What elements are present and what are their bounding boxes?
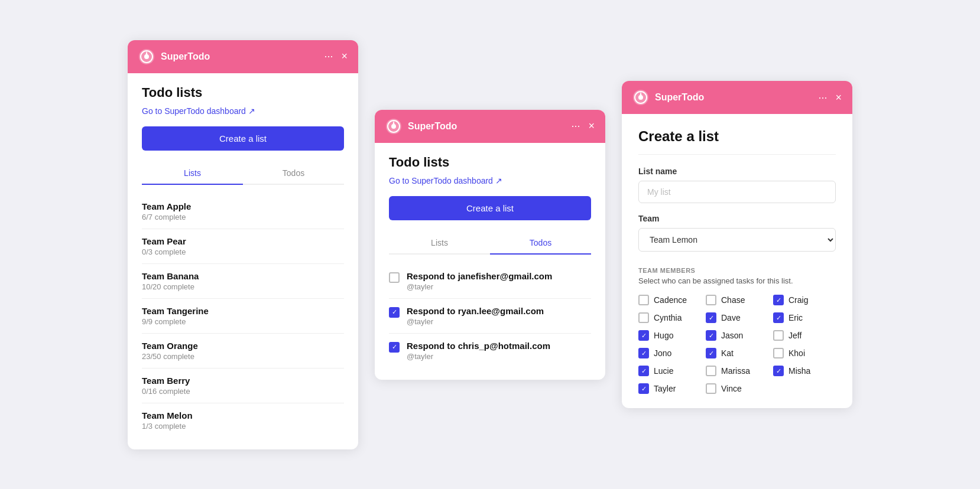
more-icon-2[interactable]: ··· [571, 120, 580, 132]
more-icon[interactable]: ··· [324, 50, 333, 63]
header-logo-2 [385, 118, 402, 135]
svg-point-10 [638, 95, 643, 100]
team-select[interactable]: Team Lemon Team Apple Team Pear [638, 228, 836, 252]
tab-lists-2[interactable]: Lists [389, 232, 490, 255]
member-checkbox-chase[interactable] [706, 295, 716, 305]
member-item-jason: Jason [706, 330, 768, 341]
tab-lists-1[interactable]: Lists [142, 162, 243, 185]
list-item[interactable]: Team Apple 6/7 complete [142, 194, 344, 229]
member-checkbox-dave[interactable] [706, 312, 716, 323]
panel-2-header: SuperTodo ··· × [375, 110, 605, 143]
member-checkbox-misha[interactable] [773, 366, 784, 376]
list-item[interactable]: Team Banana 10/20 complete [142, 264, 344, 299]
lists-container: Team Apple 6/7 complete Team Pear 0/3 co… [142, 194, 344, 438]
list-name-input[interactable] [638, 181, 836, 203]
todo-item: Respond to ryan.lee@gmail.com @tayler [389, 299, 591, 334]
member-item-marissa: Marissa [706, 366, 768, 376]
member-checkbox-tayler[interactable] [638, 383, 649, 394]
member-checkbox-craig[interactable] [773, 295, 784, 305]
member-item-cynthia: Cynthia [638, 312, 701, 323]
panel-1-header-actions: ··· × [324, 50, 348, 63]
member-checkbox-jeff[interactable] [773, 330, 784, 341]
member-checkbox-jono[interactable] [638, 348, 649, 358]
member-checkbox-lucie[interactable] [638, 366, 649, 376]
team-label: Team [638, 214, 836, 223]
panel-2-app-name: SuperTodo [408, 121, 565, 132]
todo-checkbox-2[interactable] [389, 307, 400, 318]
list-item[interactable]: Team Tangerine 9/9 complete [142, 299, 344, 334]
member-item-hugo: Hugo [638, 330, 701, 341]
panel-3-header-actions: ··· × [818, 92, 842, 104]
create-panel-title: Create a list [638, 128, 836, 155]
list-item[interactable]: Team Orange 23/50 complete [142, 334, 344, 369]
tab-todos-2[interactable]: Todos [490, 232, 591, 255]
member-item-chase: Chase [706, 295, 768, 305]
external-link-icon-2: ↗ [495, 176, 502, 185]
member-item-vince: Vince [706, 383, 768, 394]
list-item[interactable]: Team Melon 1/3 complete [142, 403, 344, 438]
member-checkbox-jason[interactable] [706, 330, 716, 341]
member-checkbox-khoi[interactable] [773, 348, 784, 358]
panel-2-body: Todo lists Go to SuperTodo dashboard ↗ C… [375, 143, 605, 380]
svg-point-2 [144, 54, 149, 59]
svg-point-6 [391, 124, 396, 129]
panel-2: SuperTodo ··· × Todo lists Go to SuperTo… [375, 110, 605, 380]
panel-2-title: Todo lists [389, 155, 591, 170]
panel-1: SuperTodo ··· × Todo lists Go to SuperTo… [128, 40, 358, 449]
panel-3-header: SuperTodo ··· × [622, 81, 852, 114]
member-item-misha: Misha [773, 366, 836, 376]
logo-icon [138, 48, 155, 65]
panel-1-title: Todo lists [142, 85, 344, 100]
todo-item: Respond to chris_p@hotmail.com @tayler [389, 334, 591, 368]
list-name-label: List name [638, 167, 836, 176]
panel-3: SuperTodo ··· × Create a list List name … [622, 81, 852, 408]
todo-checkbox-3[interactable] [389, 342, 400, 353]
team-members-section: TEAM MEMBERS Select who can be assigned … [638, 267, 836, 394]
member-checkbox-marissa[interactable] [706, 366, 716, 376]
member-item-lucie: Lucie [638, 366, 701, 376]
member-item-tayler: Tayler [638, 383, 701, 394]
member-checkbox-cynthia[interactable] [638, 312, 649, 323]
team-members-label: TEAM MEMBERS [638, 267, 836, 274]
member-item-eric: Eric [773, 312, 836, 323]
close-icon-2[interactable]: × [588, 120, 595, 132]
member-item-jono: Jono [638, 348, 701, 358]
create-list-button-1[interactable]: Create a list [142, 126, 344, 151]
list-item[interactable]: Team Pear 0/3 complete [142, 229, 344, 264]
member-checkbox-vince[interactable] [706, 383, 716, 394]
panel-1-app-name: SuperTodo [161, 51, 318, 62]
member-item-khoi: Khoi [773, 348, 836, 358]
panel-1-header: SuperTodo ··· × [128, 40, 358, 73]
panel-3-body: Create a list List name Team Team Lemon … [622, 114, 852, 408]
todos-container: Respond to janefisher@gmail.com @tayler … [389, 264, 591, 368]
tabs-1: Lists Todos [142, 162, 344, 185]
member-item-kat: Kat [706, 348, 768, 358]
tab-todos-1[interactable]: Todos [243, 162, 344, 185]
todo-item: Respond to janefisher@gmail.com @tayler [389, 264, 591, 299]
dashboard-link-2[interactable]: Go to SuperTodo dashboard ↗ [389, 176, 591, 185]
member-checkbox-cadence[interactable] [638, 295, 649, 305]
member-item-jeff: Jeff [773, 330, 836, 341]
dashboard-link-1[interactable]: Go to SuperTodo dashboard ↗ [142, 106, 344, 116]
todo-checkbox-1[interactable] [389, 272, 400, 283]
members-grid: Cadence Chase Craig Cynthia Dave [638, 295, 836, 394]
member-item-cadence: Cadence [638, 295, 701, 305]
panel-1-body: Todo lists Go to SuperTodo dashboard ↗ C… [128, 73, 358, 449]
member-checkbox-eric[interactable] [773, 312, 784, 323]
close-icon-3[interactable]: × [835, 92, 842, 104]
team-members-desc: Select who can be assigned tasks for thi… [638, 276, 836, 285]
close-icon[interactable]: × [341, 50, 348, 63]
tabs-2: Lists Todos [389, 232, 591, 255]
create-list-button-2[interactable]: Create a list [389, 196, 591, 220]
panel-2-header-actions: ··· × [571, 120, 595, 132]
logo-icon-2 [385, 118, 402, 135]
logo-icon-3 [632, 89, 649, 106]
list-item[interactable]: Team Berry 0/16 complete [142, 369, 344, 403]
member-item-dave: Dave [706, 312, 768, 323]
member-item-craig: Craig [773, 295, 836, 305]
external-link-icon: ↗ [248, 106, 255, 116]
header-logo [138, 48, 155, 65]
member-checkbox-kat[interactable] [706, 348, 716, 358]
member-checkbox-hugo[interactable] [638, 330, 649, 341]
more-icon-3[interactable]: ··· [818, 92, 827, 104]
